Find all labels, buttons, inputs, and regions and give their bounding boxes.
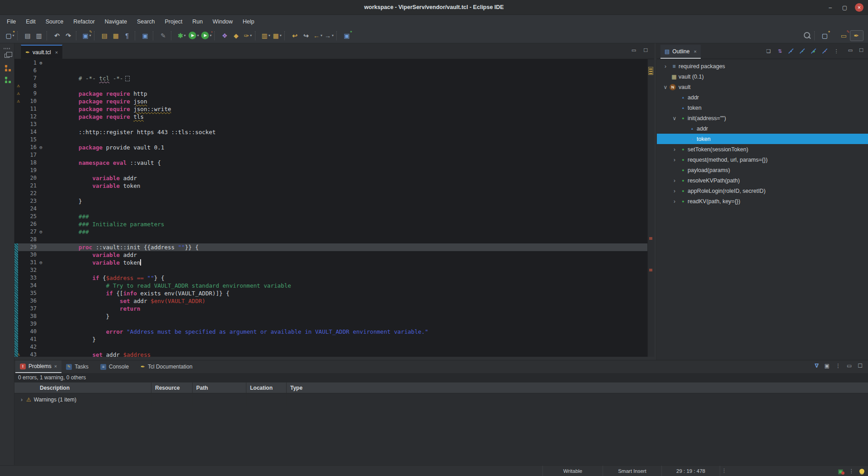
tab-console[interactable]: ≡ Console: [96, 360, 136, 373]
fold-icon[interactable]: [38, 98, 44, 105]
warning-marker[interactable]: [649, 73, 652, 74]
fold-icon[interactable]: [38, 274, 44, 282]
fold-icon[interactable]: ⊖: [38, 259, 44, 266]
column-header[interactable]: Path: [193, 383, 246, 393]
insert-mode-status[interactable]: Smart Insert: [603, 466, 661, 476]
last-edit-location-button[interactable]: ↩: [290, 30, 301, 41]
fold-icon[interactable]: [38, 320, 44, 328]
toolbar-separator[interactable]: [171, 31, 175, 40]
outline-item-readkv[interactable]: › ● readKV(path, key={}): [657, 196, 868, 206]
drag-handle[interactable]: [4, 48, 11, 49]
fold-icon[interactable]: [38, 289, 44, 297]
sort-icon[interactable]: ⇅: [776, 47, 783, 55]
annotations-button[interactable]: ✎: [158, 30, 169, 41]
fold-icon[interactable]: [38, 343, 44, 351]
fold-icon[interactable]: [38, 113, 44, 121]
outline-view-icon[interactable]: [4, 77, 10, 83]
save-all-button[interactable]: ▥: [34, 30, 45, 41]
menu-item[interactable]: Source: [41, 17, 69, 26]
show-whitespace-button[interactable]: ¶: [122, 30, 133, 41]
toolbar-separator[interactable]: [76, 31, 80, 40]
fold-icon[interactable]: [38, 105, 44, 113]
menu-item[interactable]: Project: [160, 17, 188, 26]
warning-marker[interactable]: [649, 69, 652, 70]
outline-item-approlelogin[interactable]: › ● appRoleLogin(roleID, secretID): [657, 186, 868, 196]
link-editor-button[interactable]: ▣ ✦: [342, 30, 353, 41]
run-external-button[interactable]: ▶ ▪ ▾: [200, 30, 212, 41]
search-doc-button[interactable]: ▤: [99, 30, 110, 41]
fold-icon[interactable]: [38, 121, 44, 128]
code-area[interactable]: 1 ⊕ # -*- tcl -*- 6: [14, 59, 647, 357]
undo-nav-button[interactable]: ↶: [52, 30, 63, 41]
background-jobs-icon[interactable]: ▣: [838, 468, 843, 475]
run-button[interactable]: ▶ ▾: [188, 30, 200, 41]
lightbulb-icon[interactable]: [859, 469, 864, 474]
fold-icon[interactable]: [38, 128, 44, 136]
minimize-view-icon[interactable]: ▭: [848, 47, 853, 53]
fold-icon[interactable]: [38, 213, 44, 220]
statusbar-dots-icon[interactable]: ⋮: [849, 468, 854, 474]
toolbar-separator[interactable]: [135, 31, 138, 40]
toolbar-separator[interactable]: [214, 31, 218, 40]
back-button[interactable]: ← ▾: [312, 30, 323, 41]
occurrence-marker[interactable]: [649, 237, 652, 240]
fold-icon[interactable]: [38, 236, 44, 243]
fold-icon[interactable]: ⊖: [38, 144, 44, 151]
expander-icon[interactable]: ›: [18, 397, 25, 403]
call-hierarchy-button[interactable]: ▦ ▾: [272, 30, 283, 41]
restore-views-icon[interactable]: [5, 54, 9, 58]
outline-item-vault-package[interactable]: ▦ vault (0.1): [657, 71, 868, 82]
next-edit-location-button[interactable]: ↪: [301, 30, 312, 41]
maximize-icon[interactable]: ▢: [840, 3, 849, 12]
outline-item-settoken[interactable]: › ● setToken(sessionToken): [657, 144, 868, 154]
close-icon[interactable]: ×: [693, 49, 696, 54]
expander-icon[interactable]: ›: [670, 198, 679, 205]
search-icon[interactable]: [802, 30, 812, 41]
fold-icon[interactable]: [38, 313, 44, 320]
expander-icon[interactable]: ›: [670, 188, 679, 194]
fold-icon[interactable]: [38, 328, 44, 336]
fold-icon[interactable]: ⊕: [38, 59, 44, 67]
hide-non-public-icon[interactable]: ●: [810, 47, 817, 55]
hide-fields-icon[interactable]: ▪: [788, 47, 795, 55]
fold-icon[interactable]: [38, 266, 44, 274]
redo-nav-button[interactable]: ↷: [63, 30, 74, 41]
outline-item-init-token[interactable]: ▲ token: [657, 134, 868, 144]
fold-icon[interactable]: [38, 220, 44, 228]
tab-tasks[interactable]: ✎ Tasks: [61, 360, 96, 373]
toolbar-separator[interactable]: [284, 31, 288, 40]
toolbar-separator[interactable]: [336, 31, 340, 40]
toolbar-separator[interactable]: [255, 31, 259, 40]
maximize-view-icon[interactable]: ☐: [859, 47, 863, 53]
column-header[interactable]: Type: [287, 383, 868, 393]
toolbar-gap[interactable]: [831, 32, 838, 40]
type-hierarchy-button[interactable]: ▥ ▾: [260, 30, 271, 41]
perspective-resource-button[interactable]: ▭ ✎: [839, 30, 849, 41]
column-header[interactable]: Resource: [151, 383, 193, 393]
outline-item-init-addr[interactable]: ▲ addr: [657, 123, 868, 134]
filter-icon[interactable]: ∇: [815, 363, 819, 369]
console-button[interactable]: ▣: [140, 30, 151, 41]
fold-icon[interactable]: [38, 351, 44, 357]
outline-item-token[interactable]: ▲ token: [657, 103, 868, 113]
outline-item-vault-namespace[interactable]: ∨ N vault: [657, 82, 868, 92]
cursor-position[interactable]: 29 : 19 : 478: [661, 466, 720, 476]
outline-item-required-packages[interactable]: › ≡ required packages: [657, 61, 868, 71]
toolbar-separator[interactable]: [814, 31, 818, 40]
expander-icon[interactable]: ∨: [661, 84, 670, 90]
fold-icon[interactable]: [38, 305, 44, 313]
outline-item-payload[interactable]: ● payload(params): [657, 165, 868, 175]
expander-icon[interactable]: ›: [670, 177, 679, 184]
maximize-view-icon[interactable]: ☐: [858, 363, 863, 369]
menu-item[interactable]: Edit: [21, 17, 41, 26]
fold-icon[interactable]: [38, 151, 44, 159]
menu-item[interactable]: File: [2, 17, 21, 26]
fold-icon[interactable]: [38, 75, 44, 82]
perspective-tcl-button[interactable]: ✒: [850, 30, 863, 41]
menu-item[interactable]: Refactor: [68, 17, 99, 26]
focus-icon[interactable]: ❏: [765, 47, 772, 55]
minimize-view-icon[interactable]: ▭: [847, 363, 852, 369]
occurrence-marker[interactable]: [649, 269, 652, 271]
fold-icon[interactable]: [38, 297, 44, 305]
fold-icon[interactable]: [38, 197, 44, 205]
